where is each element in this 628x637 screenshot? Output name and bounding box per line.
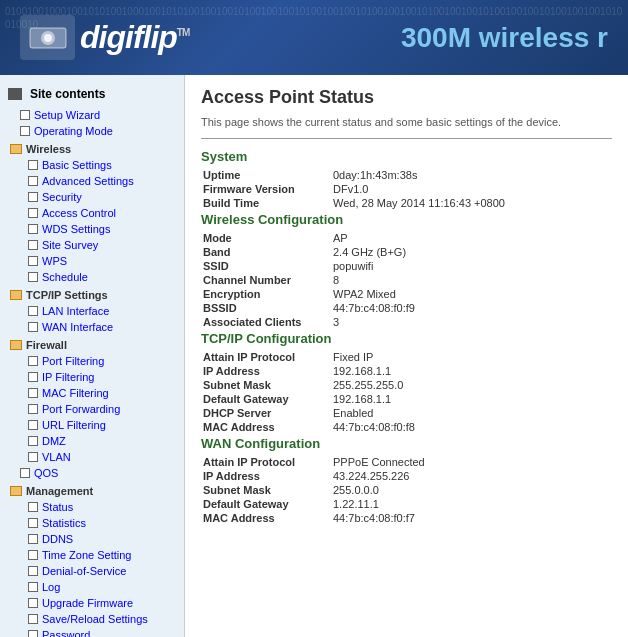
field-value: 44:7b:c4:08:f0:f8	[331, 420, 612, 434]
logo-icon	[20, 15, 75, 60]
sidebar-item-ip-filtering[interactable]: IP Filtering	[0, 369, 184, 385]
field-value: 44:7b:c4:08:f0:f9	[331, 301, 612, 315]
system-table: Uptime 0day:1h:43m:38s Firmware Version …	[201, 168, 612, 210]
sidebar-item-dmz[interactable]: DMZ	[0, 433, 184, 449]
sidebar-title: Site contents	[0, 83, 184, 107]
sidebar-item-ddns[interactable]: DDNS	[0, 531, 184, 547]
sidebar-item-password[interactable]: Password	[0, 627, 184, 637]
field-value: 1.22.11.1	[331, 497, 612, 511]
sidebar-item-advanced-settings[interactable]: Advanced Settings	[0, 173, 184, 189]
sidebar-group-tcpip[interactable]: TCP/IP Settings	[0, 285, 184, 303]
table-row: Band 2.4 GHz (B+G)	[201, 245, 612, 259]
table-row: Default Gateway 1.22.11.1	[201, 497, 612, 511]
table-row: DHCP Server Enabled	[201, 406, 612, 420]
field-value: 3	[331, 315, 612, 329]
table-row: Encryption WPA2 Mixed	[201, 287, 612, 301]
page-icon	[28, 388, 38, 398]
field-label: Channel Number	[201, 273, 331, 287]
sidebar-item-mac-filtering[interactable]: MAC Filtering	[0, 385, 184, 401]
main-layout: Site contents Setup Wizard Operating Mod…	[0, 75, 628, 637]
table-row: Attain IP Protocol PPPoE Connected	[201, 455, 612, 469]
sidebar-item-schedule[interactable]: Schedule	[0, 269, 184, 285]
page-icon	[28, 404, 38, 414]
field-value: 44:7b:c4:08:f0:f7	[331, 511, 612, 525]
wireless-section-title: Wireless Configuration	[201, 212, 612, 227]
sidebar: Site contents Setup Wizard Operating Mod…	[0, 75, 185, 637]
sidebar-item-upgrade-firmware[interactable]: Upgrade Firmware	[0, 595, 184, 611]
field-value: 255.0.0.0	[331, 483, 612, 497]
field-label: Encryption	[201, 287, 331, 301]
sidebar-item-lan-interface[interactable]: LAN Interface	[0, 303, 184, 319]
sidebar-item-save-reload[interactable]: Save/Reload Settings	[0, 611, 184, 627]
field-value: Fixed IP	[331, 350, 612, 364]
table-row: Attain IP Protocol Fixed IP	[201, 350, 612, 364]
sidebar-item-denial-of-service[interactable]: Denial-of-Service	[0, 563, 184, 579]
page-desc: This page shows the current status and s…	[201, 116, 612, 128]
sidebar-item-qos[interactable]: QOS	[0, 465, 184, 481]
sidebar-group-wireless[interactable]: Wireless	[0, 139, 184, 157]
table-row: BSSID 44:7b:c4:08:f0:f9	[201, 301, 612, 315]
table-row: Uptime 0day:1h:43m:38s	[201, 168, 612, 182]
field-label: Attain IP Protocol	[201, 350, 331, 364]
folder-icon	[10, 144, 22, 154]
sidebar-item-statistics[interactable]: Statistics	[0, 515, 184, 531]
sidebar-group-firewall[interactable]: Firewall	[0, 335, 184, 353]
page-icon	[28, 176, 38, 186]
page-icon	[28, 436, 38, 446]
page-icon	[28, 630, 38, 637]
logo-area: digiflipTM	[20, 15, 189, 60]
folder-icon	[10, 340, 22, 350]
field-label: Uptime	[201, 168, 331, 182]
page-icon	[28, 598, 38, 608]
sidebar-item-vlan[interactable]: VLAN	[0, 449, 184, 465]
field-label: Default Gateway	[201, 497, 331, 511]
field-label: Mode	[201, 231, 331, 245]
field-value: DFv1.0	[331, 182, 612, 196]
field-label: Attain IP Protocol	[201, 455, 331, 469]
table-row: Subnet Mask 255.0.0.0	[201, 483, 612, 497]
table-row: MAC Address 44:7b:c4:08:f0:f8	[201, 420, 612, 434]
sidebar-item-log[interactable]: Log	[0, 579, 184, 595]
sidebar-item-port-filtering[interactable]: Port Filtering	[0, 353, 184, 369]
page-icon	[28, 208, 38, 218]
sidebar-group-management[interactable]: Management	[0, 481, 184, 499]
system-section-title: System	[201, 149, 612, 164]
page-icon	[28, 614, 38, 624]
sidebar-item-wds-settings[interactable]: WDS Settings	[0, 221, 184, 237]
page-icon	[28, 356, 38, 366]
sidebar-item-status[interactable]: Status	[0, 499, 184, 515]
table-row: Mode AP	[201, 231, 612, 245]
page-icon	[28, 452, 38, 462]
sidebar-item-time-zone[interactable]: Time Zone Setting	[0, 547, 184, 563]
divider	[201, 138, 612, 139]
header-tagline: 300M wireless r	[401, 22, 608, 54]
sidebar-item-port-forwarding[interactable]: Port Forwarding	[0, 401, 184, 417]
table-row: SSID popuwifi	[201, 259, 612, 273]
field-label: Firmware Version	[201, 182, 331, 196]
field-value: Wed, 28 May 2014 11:16:43 +0800	[331, 196, 612, 210]
field-value: WPA2 Mixed	[331, 287, 612, 301]
folder-icon	[10, 486, 22, 496]
sidebar-item-wan-interface[interactable]: WAN Interface	[0, 319, 184, 335]
sidebar-item-operating-mode[interactable]: Operating Mode	[0, 123, 184, 139]
page-icon	[28, 160, 38, 170]
sidebar-item-site-survey[interactable]: Site Survey	[0, 237, 184, 253]
field-label: DHCP Server	[201, 406, 331, 420]
sidebar-item-url-filtering[interactable]: URL Filtering	[0, 417, 184, 433]
sidebar-item-security[interactable]: Security	[0, 189, 184, 205]
wan-table: Attain IP Protocol PPPoE Connected IP Ad…	[201, 455, 612, 525]
field-label: MAC Address	[201, 511, 331, 525]
page-icon	[28, 306, 38, 316]
page-icon	[28, 272, 38, 282]
field-value: Enabled	[331, 406, 612, 420]
sidebar-item-wps[interactable]: WPS	[0, 253, 184, 269]
page-icon	[20, 468, 30, 478]
sidebar-item-basic-settings[interactable]: Basic Settings	[0, 157, 184, 173]
field-label: Associated Clients	[201, 315, 331, 329]
sidebar-item-setup-wizard[interactable]: Setup Wizard	[0, 107, 184, 123]
page-icon	[28, 372, 38, 382]
field-value: 8	[331, 273, 612, 287]
sidebar-item-access-control[interactable]: Access Control	[0, 205, 184, 221]
table-row: IP Address 43.224.255.226	[201, 469, 612, 483]
content-area: Access Point Status This page shows the …	[185, 75, 628, 637]
